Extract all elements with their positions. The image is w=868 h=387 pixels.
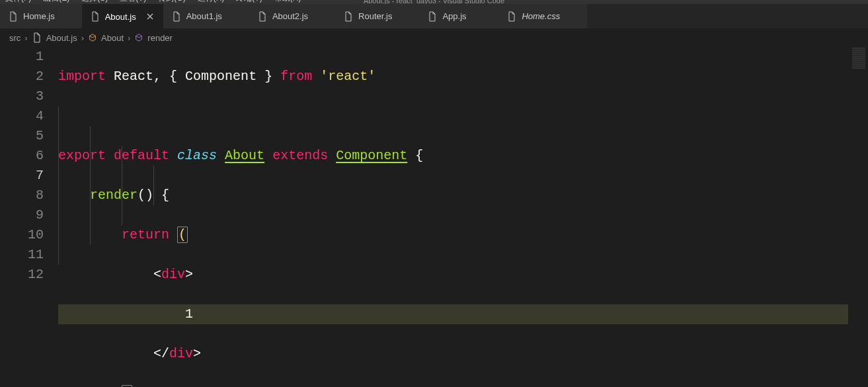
line-number: 3 xyxy=(0,87,44,106)
tok-default: default xyxy=(114,148,169,163)
tab-about-js[interactable]: About.js xyxy=(82,4,163,28)
file-icon xyxy=(8,11,19,22)
tok-import: import xyxy=(58,69,106,84)
code-line[interactable]: </div> xyxy=(58,344,868,364)
breadcrumb-symbol-class[interactable]: About xyxy=(101,33,124,43)
tab-label: Router.js xyxy=(358,11,392,21)
tok-gt: > xyxy=(185,267,193,282)
code-line-current[interactable]: 1 xyxy=(58,304,868,324)
tok-brace: { xyxy=(161,188,169,203)
tok-gt: > xyxy=(193,346,201,361)
chevron-right-icon: › xyxy=(128,33,130,43)
chevron-right-icon: › xyxy=(81,33,84,43)
file-icon xyxy=(427,11,438,22)
line-number: 1 xyxy=(0,47,44,67)
code-line[interactable]: export default class About extends Compo… xyxy=(58,146,868,166)
tok-brace: } xyxy=(264,69,272,84)
code-content[interactable]: import React, { Component } from 'react'… xyxy=(58,47,868,387)
tok-classname: About xyxy=(225,148,264,163)
line-number: 8 xyxy=(0,186,44,205)
tab-app-js[interactable]: App.js ✕ xyxy=(419,4,498,28)
tok-brace: { xyxy=(415,148,423,163)
code-line[interactable]: render() { xyxy=(58,186,868,205)
tok-tag: div xyxy=(169,346,193,361)
tab-label: About1.js xyxy=(186,11,222,21)
code-line[interactable]: import React, { Component } from 'react' xyxy=(58,67,868,87)
tab-about1-js[interactable]: About1.js ✕ xyxy=(163,4,249,28)
close-icon[interactable] xyxy=(145,11,155,22)
symbol-class-icon xyxy=(88,33,97,42)
line-number: 5 xyxy=(0,126,44,146)
chevron-right-icon: › xyxy=(24,33,27,43)
tok-method: render xyxy=(90,188,138,203)
line-number: 4 xyxy=(0,106,44,126)
code-line[interactable] xyxy=(58,106,868,126)
tok-lt: < xyxy=(153,267,161,282)
tab-home-js[interactable]: Home.js ✕ xyxy=(0,4,82,28)
line-number: 6 xyxy=(0,146,44,166)
breadcrumb-symbol-method[interactable]: render xyxy=(147,33,173,43)
tab-home-css[interactable]: Home.css ✕ xyxy=(498,4,587,28)
file-icon xyxy=(32,32,42,43)
tok-ident: React xyxy=(114,69,153,84)
tabs-empty xyxy=(587,4,868,28)
tok-from: from xyxy=(280,69,312,84)
tab-label: About.js xyxy=(105,12,136,22)
tok-class: class xyxy=(177,148,217,163)
line-number: 9 xyxy=(0,205,44,225)
tok-parens: () xyxy=(138,188,153,203)
code-line[interactable]: return ( xyxy=(58,225,868,245)
tok-lt: < xyxy=(153,346,161,361)
minimap[interactable] xyxy=(848,47,868,384)
line-number: 11 xyxy=(0,245,44,265)
tab-label: App.js xyxy=(442,11,466,21)
tok-paren: ( xyxy=(177,227,188,243)
breadcrumb-file[interactable]: About.js xyxy=(46,33,77,43)
tok-tag: div xyxy=(161,267,185,282)
line-number: 2 xyxy=(0,67,44,87)
code-line[interactable]: ) xyxy=(58,384,868,387)
line-number: 7 xyxy=(0,166,44,186)
file-icon xyxy=(257,11,268,22)
tok-ident: Component xyxy=(185,69,256,84)
tab-label: Home.css xyxy=(522,11,560,21)
code-editor[interactable]: 1 2 3 4 5 6 7 8 9 10 11 12 import React,… xyxy=(0,47,868,387)
file-icon xyxy=(171,11,182,22)
file-icon xyxy=(343,11,354,22)
tok-string: 'react' xyxy=(320,69,375,84)
breadcrumb-folder[interactable]: src xyxy=(9,33,20,43)
tab-label: Home.js xyxy=(23,11,55,21)
symbol-method-icon xyxy=(134,33,143,42)
tok-return: return xyxy=(122,227,169,242)
tab-label: About2.js xyxy=(272,11,308,21)
file-icon xyxy=(90,11,100,22)
tok-text: 1 xyxy=(185,306,193,322)
tok-export: export xyxy=(58,148,106,163)
tok-super: Component xyxy=(336,148,407,163)
breadcrumb[interactable]: src › About.js › About › render xyxy=(0,28,868,47)
tok-brace: { xyxy=(169,69,177,84)
line-number: 10 xyxy=(0,225,44,245)
tab-about2-js[interactable]: About2.js ✕ xyxy=(249,4,335,28)
file-icon xyxy=(506,11,517,22)
tok-slash: / xyxy=(161,346,169,361)
line-gutter: 1 2 3 4 5 6 7 8 9 10 11 12 xyxy=(0,47,58,387)
tok-extends: extends xyxy=(272,148,328,163)
editor-tabs: Home.js ✕ About.js About1.js ✕ About2.js… xyxy=(0,4,868,28)
code-line[interactable]: <div> xyxy=(58,265,868,285)
tok-comma: , xyxy=(153,69,161,84)
window-title: About.js - react_day03 - Visual Studio C… xyxy=(0,0,868,4)
tab-router-js[interactable]: Router.js ✕ xyxy=(335,4,419,28)
line-number: 12 xyxy=(0,265,44,285)
